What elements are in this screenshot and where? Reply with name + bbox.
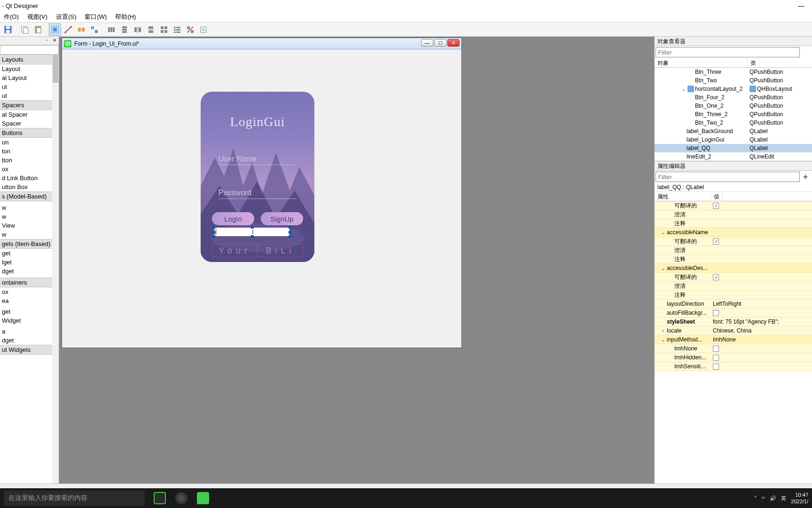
property-rows[interactable]: 可翻译的✓澄清注释⌄accessibleName可翻译的✓澄清注释⌄access… xyxy=(655,201,812,484)
widget-item[interactable]: w xyxy=(0,212,59,221)
signup-button[interactable]: SignUp xyxy=(261,212,303,225)
edit-signals-button[interactable] xyxy=(62,24,74,36)
property-row[interactable]: styleSheetfont: 75 16pt "Agency FB"; xyxy=(655,318,812,326)
object-inspector-rows[interactable]: Btn_ThreeQPushButtonBtn_TwoQPushButton⌄h… xyxy=(655,68,812,161)
layout-vsplitter-button[interactable] xyxy=(145,24,157,36)
object-tree-row[interactable]: Btn_TwoQPushButton xyxy=(655,76,812,85)
property-value[interactable]: ImhNone xyxy=(713,336,736,343)
widget-category[interactable]: Buttons xyxy=(0,128,59,138)
widget-category[interactable]: Layouts xyxy=(0,55,59,64)
checkbox[interactable] xyxy=(713,364,719,370)
col-value[interactable]: 值 xyxy=(711,192,723,201)
property-editor-filter[interactable] xyxy=(656,172,800,182)
object-tree-row[interactable]: ⌄horizontalLayout_2QHBoxLayout xyxy=(655,85,812,93)
widget-box-list[interactable]: Layouts Layout al Layout ut ut Spacers a… xyxy=(0,55,59,484)
widget-category[interactable]: ontainers xyxy=(0,278,59,287)
property-row[interactable]: layoutDirectionLeftToRight xyxy=(655,300,812,309)
form-window[interactable]: Qt Form - Login_Ui_From.ui* — ☐ ✕ xyxy=(62,38,462,348)
widget-item[interactable]: ea xyxy=(0,296,59,305)
layout-grid-button[interactable] xyxy=(158,24,170,36)
taskbar-search[interactable]: 在这里输入你要搜索的内容 xyxy=(4,491,145,506)
object-tree-row[interactable]: Btn_Three_2QPushButton xyxy=(655,110,812,119)
widget-item[interactable]: Widget xyxy=(0,316,59,325)
widget-category[interactable]: gets (Item-Based) xyxy=(0,239,59,249)
save-button[interactable] xyxy=(2,24,14,36)
expander-icon[interactable]: › xyxy=(660,327,666,334)
form-close-button[interactable]: ✕ xyxy=(447,39,460,47)
object-tree-row[interactable]: label_BackGroundQLabel xyxy=(655,127,812,135)
widget-item[interactable]: dget xyxy=(0,336,59,345)
form-minimize-button[interactable]: — xyxy=(421,39,433,47)
object-tree-row[interactable]: lineEdit_2QLineEdit xyxy=(655,152,812,161)
property-row[interactable]: ⌄inputMethod...ImhNone xyxy=(655,335,812,344)
username-field[interactable]: User Name xyxy=(219,153,297,165)
property-row[interactable]: 澄清 xyxy=(655,246,812,255)
object-tree-row[interactable]: Btn_Four_2QPushButton xyxy=(655,93,812,102)
menu-file[interactable]: 件(O) xyxy=(0,12,23,22)
label-edit-box[interactable]: I xyxy=(214,227,290,237)
property-row[interactable]: 澄清 xyxy=(655,210,812,219)
add-property-icon[interactable]: + xyxy=(801,172,810,182)
widget-item[interactable]: w xyxy=(0,230,59,239)
tray-chevron-icon[interactable]: ˄ xyxy=(754,495,757,501)
property-row[interactable]: 注释 xyxy=(655,291,812,300)
menu-settings[interactable]: 设置(S) xyxy=(52,12,80,22)
property-value[interactable]: LeftToRight xyxy=(713,301,742,307)
expander-icon[interactable]: ⌄ xyxy=(660,229,666,236)
widget-item[interactable]: a xyxy=(0,327,59,336)
col-object[interactable]: 对象 xyxy=(655,58,748,67)
layout-vertical-button[interactable] xyxy=(118,24,131,36)
bottom-label-right[interactable]: BiLi xyxy=(258,244,303,257)
dock-close-icon[interactable]: ✕ xyxy=(51,38,58,44)
tray-ime[interactable]: 英 xyxy=(781,495,786,502)
col-property[interactable]: 属性 xyxy=(655,192,711,201)
widget-item[interactable]: d Link Button xyxy=(0,174,59,183)
widget-item[interactable]: lget xyxy=(0,258,59,267)
property-row[interactable]: ⌄accessibleName xyxy=(655,228,812,237)
form-canvas[interactable]: LoginGui User Name Password LogIn SignUp… xyxy=(62,49,461,348)
widget-item[interactable]: dget xyxy=(0,267,59,276)
edit-widgets-button[interactable] xyxy=(49,24,61,36)
property-row[interactable]: ImhSensiti... xyxy=(655,362,812,371)
property-row[interactable]: ImhNone xyxy=(655,344,812,353)
widget-category[interactable]: ut Widgets xyxy=(0,345,59,355)
form-maximize-button[interactable]: ☐ xyxy=(434,39,446,47)
property-row[interactable]: 澄清 xyxy=(655,282,812,291)
login-card[interactable]: LoginGui User Name Password LogIn SignUp… xyxy=(201,92,314,262)
property-row[interactable]: 可翻译的✓ xyxy=(655,201,812,210)
bottom-label-row[interactable]: Your BiLi xyxy=(212,244,303,257)
property-row[interactable]: ⌄accessibleDes... xyxy=(655,264,812,273)
expander-icon[interactable]: ⌄ xyxy=(681,86,687,92)
expander-icon[interactable]: ⌄ xyxy=(660,336,666,343)
property-row[interactable]: ›localeChinese, China xyxy=(655,326,812,335)
menu-view[interactable]: 视图(V) xyxy=(23,12,51,22)
widget-category[interactable]: Spacers xyxy=(0,100,59,110)
minimize-button[interactable]: — xyxy=(790,0,812,11)
widget-item[interactable]: ox xyxy=(0,165,59,174)
expander-icon[interactable]: ⌄ xyxy=(660,265,666,271)
menu-window[interactable]: 窗口(W) xyxy=(81,12,110,22)
password-field[interactable]: Password xyxy=(219,187,297,199)
widget-item[interactable]: ton xyxy=(0,147,59,156)
widget-item[interactable]: get xyxy=(0,307,59,316)
property-value[interactable]: font: 75 16pt "Agency FB"; xyxy=(713,318,779,325)
bottom-label-left[interactable]: Your xyxy=(212,244,258,257)
dock-float-icon[interactable]: ▫ xyxy=(44,38,50,44)
property-value[interactable]: Chinese, China xyxy=(713,327,751,334)
checkbox[interactable]: ✓ xyxy=(713,274,719,280)
checkbox[interactable] xyxy=(713,310,719,316)
col-class[interactable]: 类 xyxy=(748,58,759,67)
object-tree-row[interactable]: Btn_One_2QPushButton xyxy=(655,102,812,110)
widget-item[interactable]: Layout xyxy=(0,64,59,73)
widget-item[interactable]: on xyxy=(0,138,59,147)
edit-tab-order-button[interactable]: 12 xyxy=(88,24,101,36)
widget-item[interactable]: ox xyxy=(0,287,59,296)
widget-box-filter[interactable] xyxy=(0,45,59,55)
property-row[interactable]: autoFillBackgr... xyxy=(655,309,812,318)
widget-item[interactable]: ut xyxy=(0,82,59,91)
widget-box-scrollbar[interactable] xyxy=(52,55,59,484)
menu-help[interactable]: 帮助(H) xyxy=(111,12,140,22)
widget-item[interactable]: utton Box xyxy=(0,183,59,191)
property-row[interactable]: ImhHidden... xyxy=(655,353,812,362)
edit-buddies-button[interactable] xyxy=(75,24,87,36)
